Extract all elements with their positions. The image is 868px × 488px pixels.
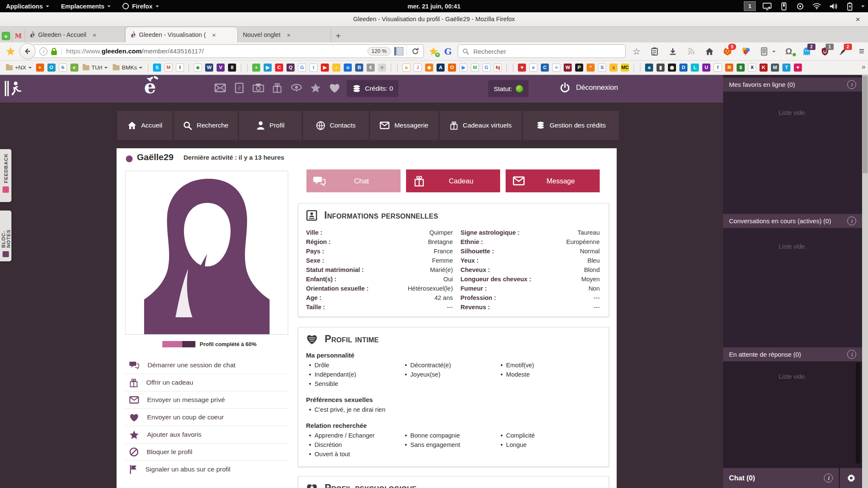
bookmark-favicon[interactable]: K <box>760 64 768 72</box>
g-extension-icon[interactable]: G <box>444 46 452 57</box>
bookmark-favicon[interactable]: f <box>714 64 722 72</box>
zoom-indicator[interactable]: 120 % <box>367 47 391 55</box>
bookmark-folder[interactable]: +NX <box>3 64 34 71</box>
bookmark-favicon[interactable]: V <box>217 64 225 72</box>
action-report-abuse[interactable]: Signaler un abus sur ce profil <box>125 461 289 478</box>
reload-button[interactable] <box>412 47 419 55</box>
bookmark-favicon[interactable]: G <box>298 64 306 72</box>
action-send-heart[interactable]: Envoyer un coup de coeur <box>125 409 289 426</box>
bookmark-favicon[interactable]: D <box>679 64 687 72</box>
battery-icon[interactable] <box>845 1 855 11</box>
bookmark-favicon[interactable]: X <box>748 64 756 72</box>
shield-extension-icon[interactable]: 1 <box>820 46 830 56</box>
bookmark-favicon[interactable]: a <box>402 64 410 72</box>
applications-menu[interactable]: Applications <box>0 0 55 12</box>
window-close-button[interactable]: × <box>853 14 863 25</box>
bookmark-favicon[interactable]: S <box>598 64 606 72</box>
bookmark-favicon[interactable]: ▶ <box>459 64 467 72</box>
bookmark-page-button[interactable]: + <box>429 47 438 56</box>
clipboard-icon[interactable] <box>650 46 660 56</box>
info-icon[interactable]: i <box>824 474 833 482</box>
bookmark-favicon[interactable]: O <box>448 64 456 72</box>
bookmark-favicon[interactable]: hj <box>494 64 502 72</box>
info-icon[interactable]: i <box>847 350 856 359</box>
reader-mode-icon[interactable] <box>394 47 403 55</box>
https-lock-icon[interactable] <box>51 47 57 55</box>
bookmark-favicon[interactable]: 8 <box>228 64 236 72</box>
bookmark-favicon[interactable]: a <box>645 64 653 72</box>
bookmark-favicon[interactable]: L <box>691 64 699 72</box>
bloc-notes-tab[interactable]: BLOC-NOTES <box>0 211 11 261</box>
bookmark-favicon[interactable]: ▮ <box>657 64 665 72</box>
bookmarks-menu-icon[interactable]: ☆ <box>632 46 642 56</box>
bookmark-favicon[interactable]: U <box>702 64 710 72</box>
bookmark-favicon[interactable]: Q <box>287 64 295 72</box>
sidebar-scrollbar-thumb[interactable] <box>856 362 860 464</box>
bookmark-favicon[interactable]: ≡ <box>378 64 386 72</box>
bookmark-favicon[interactable]: + <box>252 64 260 72</box>
profile-photo[interactable] <box>125 171 288 335</box>
message-button[interactable]: Message <box>506 169 600 192</box>
volume-icon[interactable] <box>828 1 838 11</box>
nav-gestion-credits[interactable]: Gestion des crédits <box>523 111 619 140</box>
menu-hamburger-icon[interactable]: ≡ <box>857 46 867 56</box>
bookmark-favicon[interactable]: O <box>47 64 56 72</box>
workspace-indicator[interactable]: 1 <box>744 1 756 11</box>
bookmark-favicon[interactable]: * <box>587 64 595 72</box>
bookmark-favicon[interactable]: G <box>482 64 490 72</box>
search-input[interactable] <box>473 47 621 55</box>
bookmark-favicon[interactable]: J <box>414 64 422 72</box>
bookmark-favicon[interactable]: ♪ <box>332 64 340 72</box>
bookmark-favicon[interactable]: $ <box>737 64 745 72</box>
ghost-extension-icon[interactable]: 2 <box>802 46 812 56</box>
wifi-icon[interactable] <box>812 1 822 11</box>
gift-button[interactable]: Cadeau <box>406 169 500 192</box>
info-icon[interactable]: i <box>847 80 856 89</box>
display-icon[interactable] <box>762 1 772 11</box>
bookmark-favicon[interactable]: M <box>471 64 479 72</box>
bookmark-favicon[interactable]: o <box>344 64 352 72</box>
nav-contacts[interactable]: Contacts <box>303 111 369 140</box>
bookmark-favicon[interactable]: ≈ <box>552 64 560 72</box>
bookmark-favicon[interactable]: T <box>782 64 790 72</box>
bookmark-folder[interactable]: BMKs <box>110 64 145 71</box>
omega-extension-icon[interactable]: Ω <box>784 46 794 56</box>
bookmark-favicon[interactable]: I <box>176 64 184 72</box>
info-icon[interactable]: i <box>847 216 856 225</box>
bookmark-folder[interactable]: TUrl <box>80 64 111 71</box>
tab-gleeden-accueil[interactable]: è Gleeden - Accueil × <box>25 27 125 42</box>
bookmark-favicon[interactable]: e <box>529 64 537 72</box>
tray-caret-icon[interactable] <box>861 6 865 9</box>
location-icon[interactable] <box>795 1 805 11</box>
new-tab-button[interactable]: + <box>331 30 345 42</box>
action-offer-gift[interactable]: Offrir un cadeau <box>125 374 289 391</box>
bookmark-favicon[interactable]: ♥ <box>518 64 526 72</box>
status-badge[interactable]: Statut: <box>488 80 529 97</box>
favorites-section-header[interactable]: Mes favoris en ligne (0) i <box>723 78 862 92</box>
action-block-profile[interactable]: Bloquer le profil <box>125 444 289 461</box>
pinned-tab-gmail[interactable]: M <box>12 30 25 42</box>
star-icon[interactable] <box>309 83 321 93</box>
gleeden-logo[interactable]: è <box>144 76 156 97</box>
credits-badge[interactable]: Crédits: 0 <box>347 80 398 97</box>
nav-profil[interactable]: Profil <box>239 111 302 140</box>
bookmarks-overflow-button[interactable]: » <box>862 63 865 71</box>
logout-button[interactable]: Déconnexion <box>559 82 618 93</box>
nav-accueil[interactable]: Accueil <box>117 111 172 140</box>
chat-button[interactable]: Chat <box>306 169 401 192</box>
bookmark-favicon[interactable]: C <box>275 64 283 72</box>
page-scrollbar-thumb[interactable] <box>862 76 868 173</box>
bookmark-favicon[interactable]: + <box>36 64 44 72</box>
balloons-extension-icon[interactable] <box>741 46 751 56</box>
archive-caret-icon[interactable] <box>772 51 776 54</box>
nav-messagerie[interactable]: Messagerie <box>370 111 438 140</box>
bookmark-favicon[interactable]: R <box>725 64 733 72</box>
home-icon[interactable] <box>704 46 715 56</box>
fox-extension-icon[interactable]: 5 <box>723 46 733 56</box>
tab-close-icon[interactable]: × <box>92 31 96 39</box>
nav-cadeaux-virtuels[interactable]: Cadeaux virtuels <box>440 111 522 140</box>
action-add-favorites[interactable]: Ajouter aux favoris <box>125 426 289 444</box>
search-box[interactable] <box>458 44 626 58</box>
bookmark-favicon[interactable]: ▶ <box>321 64 329 72</box>
gift-icon[interactable] <box>271 82 283 93</box>
